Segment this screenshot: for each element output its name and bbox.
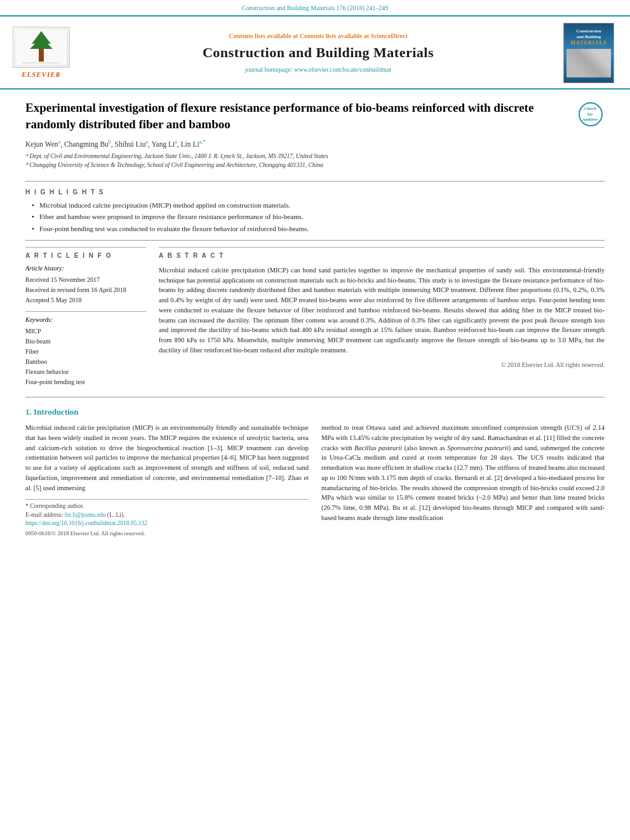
keyword-bamboo: Bamboo — [25, 357, 146, 366]
article-title: Experimental investigation of flexure re… — [25, 100, 566, 132]
intro-para-1: Microbial induced calcite precipitation … — [25, 423, 309, 493]
elsevier-brand-text: ELSEVIER — [22, 70, 61, 79]
sciencedirect-link[interactable]: Contents lists available at ScienceDirec… — [300, 32, 408, 39]
highlights-section: H I G H L I G H T S Microbial induced ca… — [25, 188, 605, 234]
intro-two-col: Microbial induced calcite precipitation … — [25, 423, 605, 538]
right-col: A B S T R A C T Microbial induced calcit… — [159, 247, 605, 388]
keywords-label: Keywords: — [25, 316, 146, 324]
abstract-label: A B S T R A C T — [159, 251, 605, 260]
article-info-label: A R T I C L E I N F O — [25, 251, 146, 260]
divider-1 — [25, 181, 605, 182]
introduction-heading: 1. Introduction — [25, 406, 605, 418]
doi-note: https://doi.org/10.1016/j.conbuildmat.20… — [25, 519, 309, 528]
intro-left-col: Microbial induced calcite precipitation … — [25, 423, 309, 538]
journal-title-center: Contents lists available at Contents lis… — [76, 32, 560, 74]
elsevier-logo: ELSEVIER — [6, 27, 76, 79]
svg-rect-8 — [572, 57, 578, 62]
author-shihui: Shihui Liu — [115, 140, 146, 148]
keyword-biobeam: Bio-beam — [25, 337, 146, 346]
intro-right-col: method to treat Ottawa sand and achieved… — [321, 423, 605, 538]
article-title-text: Experimental investigation of flexure re… — [25, 100, 566, 170]
keyword-fiber: Fiber — [25, 347, 146, 356]
svg-rect-5 — [566, 49, 611, 77]
intro-para-right-1: method to treat Ottawa sand and achieved… — [321, 423, 605, 523]
cover-box: Constructionand Building MATERIALS — [563, 23, 614, 83]
copyright-line: © 2018 Elsevier Ltd. All rights reserved… — [159, 361, 605, 370]
homepage-url[interactable]: www.elsevier.com/locate/conbuildmat — [294, 66, 391, 73]
article-info-box: A R T I C L E I N F O Article history: R… — [25, 247, 146, 305]
doi-link[interactable]: https://doi.org/10.1016/j.conbuildmat.20… — [25, 520, 147, 526]
corresponding-author-note: * Corresponding author. — [25, 502, 309, 510]
svg-rect-10 — [572, 65, 578, 72]
journal-header: ELSEVIER Contents lists available at Con… — [0, 17, 630, 90]
history-revised: Received in revised form 16 April 2018 — [25, 286, 146, 295]
affiliation-b: ᵇ Chongqing University of Science & Tech… — [25, 161, 566, 170]
sciencedirect-line: Contents lists available at Contents lis… — [83, 32, 554, 41]
svg-rect-6 — [570, 55, 586, 74]
highlight-item-2: Fiber and bamboo were proposed to improv… — [32, 212, 605, 222]
keywords-section: Keywords: MICP Bio-beam Fiber Bamboo Fle… — [25, 311, 146, 387]
history-received: Received 15 November 2017 — [25, 276, 146, 284]
cover-title: Constructionand Building MATERIALS — [571, 29, 607, 47]
highlights-list: Microbial induced calcite precipitation … — [25, 201, 605, 234]
svg-rect-1 — [39, 49, 44, 62]
issn-line: 0950-0618/© 2018 Elsevier Ltd. All right… — [25, 530, 309, 538]
main-content: Experimental investigation of flexure re… — [0, 90, 630, 548]
article-title-section: Experimental investigation of flexure re… — [25, 100, 605, 175]
keyword-micp: MICP — [25, 327, 146, 336]
journal-cover-image: Constructionand Building MATERIALS — [560, 23, 617, 83]
journal-homepage: journal homepage: www.elsevier.com/locat… — [83, 65, 554, 74]
top-ref-bar: Construction and Building Materials 176 … — [0, 0, 630, 17]
divider-3 — [25, 397, 605, 397]
author-yang: Yang Li — [151, 140, 175, 148]
check-badge-area: Checkforupdates — [576, 100, 605, 170]
cover-image-area — [566, 49, 611, 77]
keyword-flexure: Flexure behavior — [25, 368, 146, 377]
sciencedirect-prefix: Contents lists available at — [229, 32, 300, 39]
svg-rect-9 — [579, 57, 584, 62]
abstract-text: Microbial induced calcite precipitation … — [159, 265, 605, 356]
keyword-fourpoint: Four-point bending test — [25, 378, 146, 387]
highlight-item-1: Microbial induced calcite precipitation … — [32, 201, 605, 210]
introduction-section: 1. Introduction Microbial induced calcit… — [25, 406, 605, 538]
badge-text: Checkforupdates — [583, 106, 598, 122]
author-changming: Changming Bu — [64, 140, 109, 148]
history-accepted: Accepted 5 May 2018 — [25, 296, 146, 305]
email-link[interactable]: lin.li@jsums.edu — [65, 512, 106, 518]
svg-rect-7 — [589, 62, 608, 74]
divider-2 — [25, 240, 605, 241]
journal-reference: Construction and Building Materials 176 … — [242, 4, 389, 11]
affiliation-a: ᵃ Dept. of Civil and Environmental Engin… — [25, 152, 566, 161]
footnote-section: * Corresponding author. E-mail address: … — [25, 499, 309, 537]
highlight-item-3: Four-point bending test was conducted to… — [32, 224, 605, 234]
two-col-section: A R T I C L E I N F O Article history: R… — [25, 247, 605, 388]
left-col: A R T I C L E I N F O Article history: R… — [25, 247, 146, 388]
highlights-label: H I G H L I G H T S — [25, 188, 605, 197]
journal-title: Construction and Building Materials — [83, 43, 554, 63]
elsevier-logo-box — [13, 27, 70, 68]
email-address-note: E-mail address: lin.li@jsums.edu (L. Li)… — [25, 511, 309, 519]
author-lin: Lin Li — [181, 140, 199, 148]
check-for-updates-badge: Checkforupdates — [579, 102, 603, 126]
svg-rect-11 — [592, 63, 597, 67]
homepage-prefix: journal homepage: — [245, 66, 294, 73]
author-kejun: Kejun Wen — [25, 140, 58, 148]
history-label: Article history: — [25, 264, 146, 273]
svg-rect-12 — [600, 63, 605, 67]
authors-line: Kejun Wena, Changming Bub, Shihui Liua, … — [25, 138, 566, 149]
affiliations: ᵃ Dept. of Civil and Environmental Engin… — [25, 152, 566, 170]
